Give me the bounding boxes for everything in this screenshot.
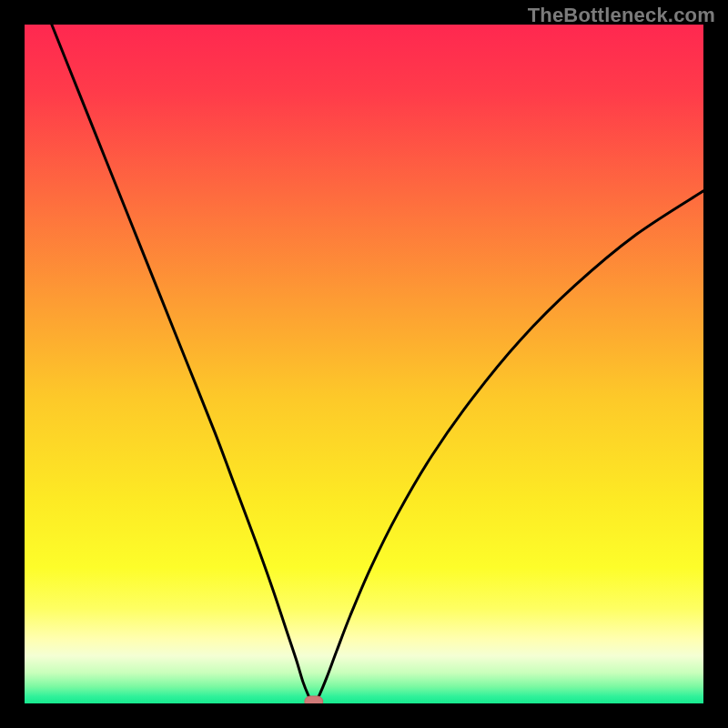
chart-frame: TheBottleneck.com [0, 0, 728, 728]
watermark-text: TheBottleneck.com [528, 4, 715, 27]
plot-background [25, 25, 703, 703]
chart-svg [0, 0, 728, 728]
frame-right [703, 0, 728, 728]
frame-left [0, 0, 25, 728]
frame-bottom [0, 703, 728, 728]
